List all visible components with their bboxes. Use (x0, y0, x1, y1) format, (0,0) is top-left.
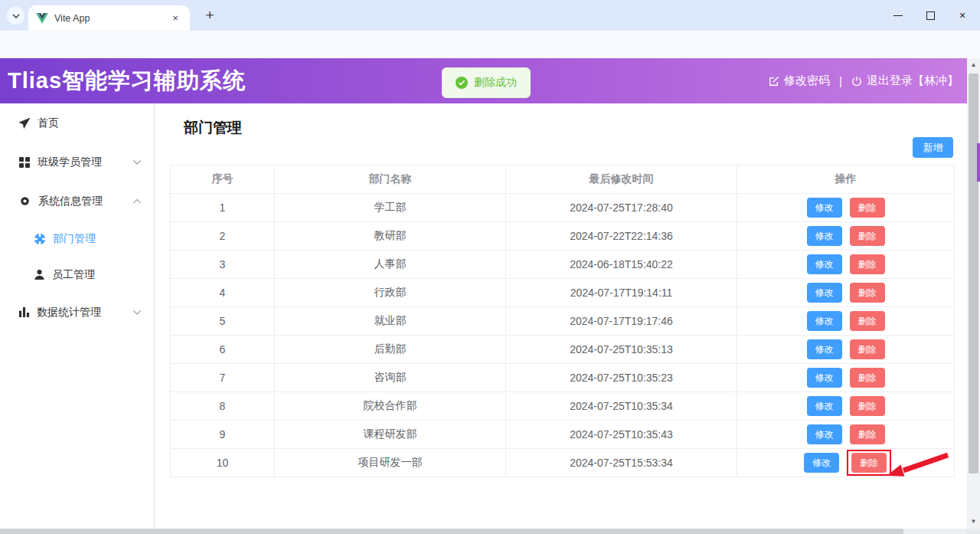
sidebar-item-label: 部门管理 (53, 232, 96, 246)
delete-button[interactable]: 删除 (850, 368, 885, 388)
edit-button[interactable]: 修改 (807, 368, 842, 388)
table-row: 5就业部2024-07-17T19:17:46修改删除 (171, 307, 955, 336)
change-password-link[interactable]: 修改密码 (769, 74, 830, 88)
logout-link[interactable]: 退出登录【林冲】 (851, 74, 959, 88)
scroll-up-icon[interactable]: ▲ (967, 60, 980, 70)
delete-button[interactable]: 删除 (850, 254, 885, 274)
chevron-down-icon (132, 159, 142, 165)
edit-button[interactable]: 修改 (804, 453, 839, 473)
edit-icon (769, 76, 779, 87)
delete-button[interactable]: 删除 (850, 198, 885, 218)
cell-modified-time: 2024-07-25T15:53:34 (506, 449, 737, 477)
window-close-button[interactable]: × (946, 0, 978, 31)
edit-button[interactable]: 修改 (807, 424, 842, 444)
cell-dept-name: 后勤部 (275, 336, 506, 364)
cell-actions: 修改删除 (737, 307, 955, 336)
cell-modified-time: 2024-07-25T10:35:23 (506, 364, 737, 392)
sidebar-item-dept-mgmt[interactable]: 部门管理 (0, 221, 154, 257)
user-icon (34, 269, 45, 280)
table-header-row: 序号 部门名称 最后修改时间 操作 (171, 165, 955, 194)
cell-index: 7 (171, 364, 275, 392)
annotation-highlight-box: 删除 (847, 450, 891, 476)
delete-button[interactable]: 删除 (851, 453, 887, 473)
vertical-scrollbar-thumb[interactable] (969, 74, 978, 473)
table-row: 2教研部2024-07-22T22:14:36修改删除 (171, 222, 955, 251)
window-minimize-button[interactable] (882, 0, 914, 31)
tab-close-icon[interactable]: × (168, 11, 182, 25)
edit-button[interactable]: 修改 (807, 283, 842, 303)
header-index: 序号 (171, 165, 275, 194)
cell-actions: 修改删除 (737, 449, 955, 477)
cell-dept-name: 学工部 (275, 194, 506, 222)
table-row: 7咨询部2024-07-25T10:35:23修改删除 (171, 364, 955, 392)
inner-scrollbar-marker (977, 143, 980, 182)
toast-message: 删除成功 (474, 76, 517, 90)
power-icon (851, 76, 862, 87)
tab-search-button[interactable] (7, 7, 24, 25)
page-title: 部门管理 (184, 118, 242, 138)
horizontal-scrollbar-thumb[interactable] (0, 529, 903, 534)
sidebar-item-label: 系统信息管理 (38, 195, 103, 208)
vertical-scrollbar[interactable]: ▲ ▼ (967, 58, 980, 529)
cell-index: 3 (171, 251, 275, 279)
cell-actions: 修改删除 (737, 251, 955, 279)
chevron-down-icon (132, 310, 142, 316)
cell-actions: 修改删除 (737, 421, 955, 449)
sidebar-item-home[interactable]: 首页 (0, 103, 154, 143)
cell-index: 4 (171, 279, 275, 307)
cell-index: 1 (171, 194, 275, 222)
sidebar-item-label: 数据统计管理 (37, 306, 101, 319)
edit-button[interactable]: 修改 (807, 254, 842, 274)
grid-icon (18, 156, 31, 169)
cell-modified-time: 2024-07-25T10:35:34 (506, 392, 737, 421)
add-button[interactable]: 新增 (913, 137, 953, 158)
chevron-up-icon (132, 198, 142, 205)
sidebar: 首页 班级学员管理 系统信息管理 部门管理 员工管理 (0, 103, 155, 529)
cell-dept-name: 人事部 (275, 251, 506, 279)
sidebar-item-data-stats[interactable]: 数据统计管理 (0, 293, 154, 332)
edit-button[interactable]: 修改 (807, 311, 842, 331)
cell-dept-name: 教研部 (275, 222, 506, 251)
new-tab-button[interactable]: + (201, 6, 219, 25)
bar-chart-icon (18, 306, 30, 318)
cell-dept-name: 行政部 (275, 279, 506, 307)
edit-button[interactable]: 修改 (807, 396, 842, 416)
vue-logo-icon (36, 13, 48, 24)
cell-modified-time: 2024-07-25T17:28:40 (506, 194, 737, 222)
help-filled-icon (34, 233, 46, 245)
cell-index: 8 (171, 392, 275, 421)
edit-button[interactable]: 修改 (807, 226, 842, 246)
cell-dept-name: 课程研发部 (275, 421, 506, 449)
sidebar-item-class-student[interactable]: 班级学员管理 (0, 143, 154, 182)
sidebar-item-system-info[interactable]: 系统信息管理 (0, 182, 154, 221)
cell-modified-time: 2024-07-25T10:35:13 (506, 336, 737, 364)
delete-button[interactable]: 删除 (850, 396, 885, 416)
header-divider: | (839, 74, 842, 87)
header-actions: 修改密码 | 退出登录【林冲】 (769, 58, 959, 103)
delete-button[interactable]: 删除 (850, 424, 885, 444)
delete-button[interactable]: 删除 (850, 339, 885, 359)
window-maximize-button[interactable] (914, 0, 946, 31)
cell-index: 6 (171, 336, 275, 364)
cell-actions: 修改删除 (737, 194, 955, 222)
table-row: 4行政部2024-07-17T19:14:11修改删除 (171, 279, 955, 307)
success-toast: 删除成功 (442, 67, 531, 98)
delete-button[interactable]: 删除 (850, 226, 885, 246)
table-row: 3人事部2024-06-18T15:40:22修改删除 (171, 251, 955, 279)
delete-button[interactable]: 删除 (850, 283, 885, 303)
sidebar-item-emp-mgmt[interactable]: 员工管理 (0, 257, 154, 293)
change-password-label: 修改密码 (784, 74, 830, 88)
horizontal-scrollbar[interactable] (0, 529, 967, 534)
cell-actions: 修改删除 (737, 336, 955, 364)
delete-button[interactable]: 删除 (850, 311, 885, 331)
edit-button[interactable]: 修改 (807, 339, 842, 359)
cell-modified-time: 2024-07-25T10:35:43 (506, 421, 737, 449)
cell-actions: 修改删除 (737, 279, 955, 307)
scroll-down-icon[interactable]: ▼ (967, 516, 980, 527)
logout-label: 退出登录【林冲】 (867, 74, 959, 88)
header-modified-time: 最后修改时间 (506, 165, 737, 194)
browser-tab[interactable]: Vite App × (28, 5, 190, 31)
table-row: 9课程研发部2024-07-25T10:35:43修改删除 (171, 421, 955, 449)
cell-actions: 修改删除 (737, 222, 955, 251)
edit-button[interactable]: 修改 (807, 198, 842, 218)
